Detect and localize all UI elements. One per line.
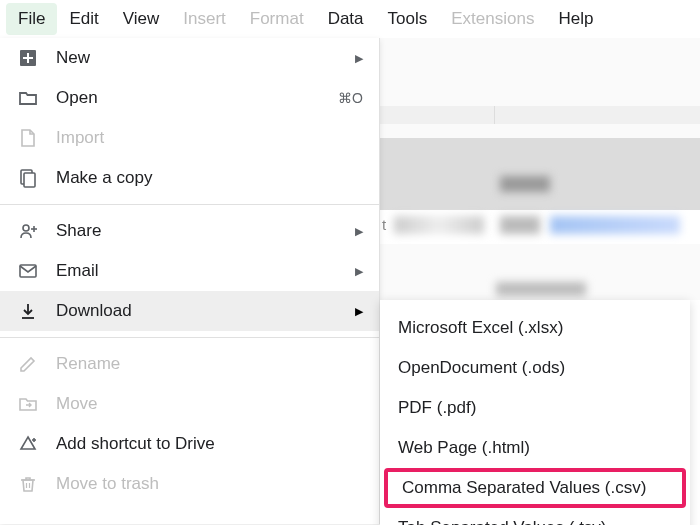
menu-share[interactable]: Share ▶ xyxy=(0,211,379,251)
menu-label: Import xyxy=(56,128,363,148)
download-icon xyxy=(16,299,40,323)
person-add-icon xyxy=(16,219,40,243)
menu-divider xyxy=(0,204,379,205)
chevron-right-icon: ▶ xyxy=(355,225,363,238)
menubar-edit[interactable]: Edit xyxy=(57,3,110,35)
bg-blurred-cell xyxy=(500,216,540,234)
menu-label: Download xyxy=(56,301,355,321)
menu-make-copy[interactable]: Make a copy xyxy=(0,158,379,198)
menubar-view[interactable]: View xyxy=(111,3,172,35)
chevron-right-icon: ▶ xyxy=(355,265,363,278)
email-icon xyxy=(16,259,40,283)
menu-import: Import xyxy=(0,118,379,158)
menu-label: Rename xyxy=(56,354,363,374)
menu-divider xyxy=(0,337,379,338)
menu-label: Move xyxy=(56,394,363,414)
keyboard-shortcut: ⌘O xyxy=(338,90,363,106)
menubar: File Edit View Insert Format Data Tools … xyxy=(0,0,700,38)
download-pdf[interactable]: PDF (.pdf) xyxy=(380,388,690,428)
svg-rect-2 xyxy=(23,57,33,59)
menu-email[interactable]: Email ▶ xyxy=(0,251,379,291)
download-html[interactable]: Web Page (.html) xyxy=(380,428,690,468)
menu-new[interactable]: New ▶ xyxy=(0,38,379,78)
download-ods[interactable]: OpenDocument (.ods) xyxy=(380,348,690,388)
bg-text-fragment: t xyxy=(382,216,386,233)
menu-label: New xyxy=(56,48,355,68)
folder-move-icon xyxy=(16,392,40,416)
bg-column-divider xyxy=(494,106,495,124)
download-tsv[interactable]: Tab Separated Values (.tsv) xyxy=(380,508,690,525)
menu-open[interactable]: Open ⌘O xyxy=(0,78,379,118)
bg-header-row xyxy=(380,106,700,124)
download-submenu: Microsoft Excel (.xlsx) OpenDocument (.o… xyxy=(380,300,690,525)
menu-add-shortcut[interactable]: Add shortcut to Drive xyxy=(0,424,379,464)
menu-label: Move to trash xyxy=(56,474,363,494)
menubar-help[interactable]: Help xyxy=(546,3,605,35)
bg-blurred-cell xyxy=(394,216,484,234)
menu-move: Move xyxy=(0,384,379,424)
trash-icon xyxy=(16,472,40,496)
menu-label: Make a copy xyxy=(56,168,363,188)
menubar-insert[interactable]: Insert xyxy=(171,3,238,35)
download-csv[interactable]: Comma Separated Values (.csv) xyxy=(384,468,686,508)
chevron-right-icon: ▶ xyxy=(355,52,363,65)
svg-rect-4 xyxy=(24,173,35,187)
menubar-format[interactable]: Format xyxy=(238,3,316,35)
bg-gray-block xyxy=(380,138,700,210)
document-icon xyxy=(16,126,40,150)
menu-label: Share xyxy=(56,221,355,241)
menu-download[interactable]: Download ▶ xyxy=(0,291,379,331)
chevron-right-icon: ▶ xyxy=(355,305,363,318)
svg-point-5 xyxy=(23,225,29,231)
menu-label: Open xyxy=(56,88,338,108)
spreadsheet-background: t xyxy=(380,38,700,300)
menubar-extensions[interactable]: Extensions xyxy=(439,3,546,35)
download-xlsx[interactable]: Microsoft Excel (.xlsx) xyxy=(380,308,690,348)
plus-box-icon xyxy=(16,46,40,70)
menu-label: Add shortcut to Drive xyxy=(56,434,363,454)
bg-blurred-cell-blue xyxy=(550,216,680,234)
pencil-icon xyxy=(16,352,40,376)
menu-rename: Rename xyxy=(0,344,379,384)
menubar-tools[interactable]: Tools xyxy=(376,3,440,35)
menu-label: Email xyxy=(56,261,355,281)
file-dropdown-menu: New ▶ Open ⌘O Import Make a copy Share ▶… xyxy=(0,38,380,524)
menu-move-trash: Move to trash xyxy=(0,464,379,504)
folder-icon xyxy=(16,86,40,110)
drive-shortcut-icon xyxy=(16,432,40,456)
bg-blurred-cell xyxy=(500,176,550,192)
copy-icon xyxy=(16,166,40,190)
menubar-data[interactable]: Data xyxy=(316,3,376,35)
bg-blurred-cell xyxy=(496,282,586,296)
menubar-file[interactable]: File xyxy=(6,3,57,35)
